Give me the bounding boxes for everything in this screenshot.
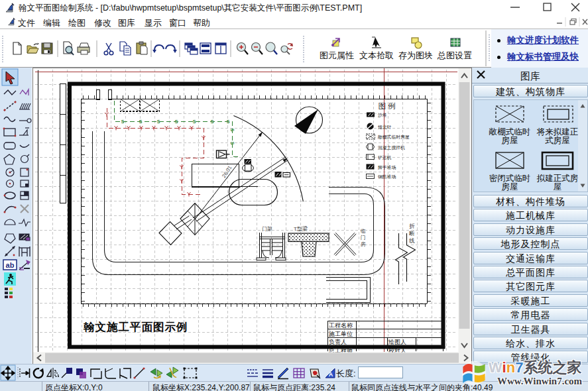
svg-text:敞棚式临时: 敞棚式临时 [489,127,531,137]
svg-text:S: S [121,119,125,124]
svg-text:房屋: 房屋 [502,182,518,192]
svg-text:T型梁: T型梁 [294,225,308,232]
svg-text:负责人: 负责人 [329,339,347,345]
svg-text:S: S [175,119,178,124]
svg-text:S: S [157,119,160,124]
svg-text:施工单位: 施工单位 [329,331,353,337]
svg-text:指北针: 指北针 [377,125,392,130]
svg-text:房屋: 房屋 [502,136,518,145]
svg-text:图例: 图例 [379,102,398,110]
svg-text:房: 房 [361,241,366,247]
svg-text:密闭式临时: 密闭式临时 [489,174,531,183]
svg-text:混凝土搅拌机: 混凝土搅拌机 [378,145,405,150]
svg-text:屋: 屋 [554,182,562,192]
svg-text:断: 断 [409,230,415,237]
svg-text:S: S [227,119,230,124]
svg-text:A: A [329,371,333,378]
svg-text:绘图人: 绘图人 [388,339,406,345]
svg-text:拟建正式房: 拟建正式房 [536,174,579,183]
svg-text:沙堆: 沙堆 [378,113,387,118]
svg-text:S: S [211,119,214,124]
svg-text:临: 临 [361,228,366,234]
svg-text:S: S [193,119,196,124]
svg-text:ab: ab [6,261,15,269]
svg-text:脚手堆场: 脚手堆场 [378,165,396,170]
svg-text:线: 线 [409,237,415,244]
svg-text:将来拟建正: 将来拟建正 [536,127,579,137]
svg-text:翰文施工平面图示例: 翰文施工平面图示例 [84,321,188,333]
svg-text:式房屋: 式房屋 [545,136,570,145]
svg-text:S: S [230,129,235,132]
svg-text:门: 门 [361,235,366,241]
svg-text:S: S [139,119,143,124]
svg-text:门架: 门架 [262,226,272,232]
svg-text:S: S [230,142,235,145]
svg-text:钢筋堆场: 钢筋堆场 [377,174,396,180]
svg-text:铲运机: 铲运机 [377,155,392,160]
svg-text:工程名称: 工程名称 [329,322,353,329]
svg-text:折: 折 [409,223,415,229]
svg-text:敞棚式临时房屋: 敞棚式临时房屋 [378,135,410,140]
